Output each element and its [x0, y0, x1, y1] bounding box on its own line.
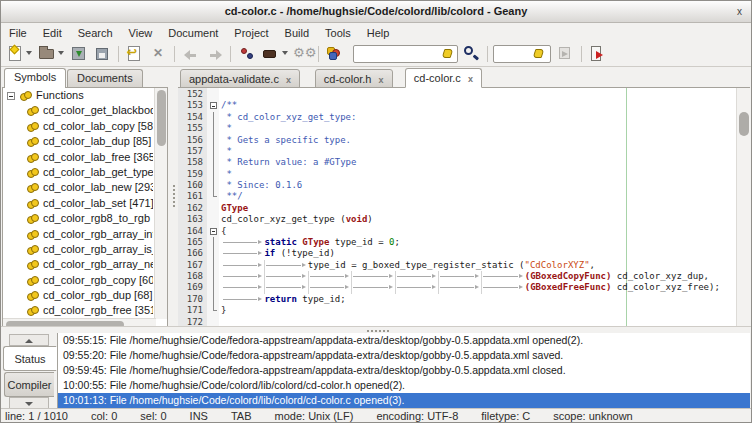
- tab-whitespace-icon: [438, 271, 481, 282]
- tree-item-function[interactable]: cd_color_rgb_array_is_monotonic: [3, 242, 153, 257]
- window-close-icon[interactable]: x: [737, 1, 742, 22]
- tree-item-function[interactable]: cd_color_lab_dup [85]: [3, 134, 153, 149]
- tab-whitespace-icon: [351, 271, 394, 282]
- tree-item-function[interactable]: cd_color_rgb_array_new [896]: [3, 257, 153, 272]
- code-line: 160 * Since: 0.1.6: [178, 180, 750, 191]
- new-document-dropdown-icon[interactable]: [26, 51, 32, 55]
- save-button[interactable]: [69, 44, 89, 64]
- fold-box-icon: [210, 102, 217, 109]
- compile-button[interactable]: [238, 44, 258, 64]
- tree-item-function[interactable]: cd_color_rgb_copy [606]: [3, 273, 153, 288]
- editor-tab-appdata-validate.c[interactable]: appdata-validate.cx: [180, 69, 300, 88]
- search-icon: [464, 46, 473, 55]
- tree-item-function[interactable]: cd_color_rgb8_to_rgb [626]: [3, 211, 153, 226]
- status-message-row[interactable]: 09:55:15: File /home/hughsie/Code/fedora…: [58, 333, 750, 348]
- code-text: return type_id;: [221, 294, 346, 305]
- line-number: 156: [178, 135, 203, 146]
- menu-view[interactable]: View: [121, 25, 161, 41]
- menu-help[interactable]: Help: [359, 25, 398, 41]
- sidebar-vertical-scrollbar[interactable]: [154, 88, 167, 319]
- function-label: cd_color_lab_get_type [203]: [43, 165, 153, 180]
- menu-search[interactable]: Search: [70, 25, 121, 41]
- color-chooser-button[interactable]: [325, 44, 345, 64]
- status-message-row[interactable]: 10:00:55: File /home/hughsie/Code/colord…: [58, 378, 750, 393]
- code-text: {: [221, 226, 226, 237]
- tab-whitespace-icon: [221, 248, 264, 259]
- fold-cell[interactable]: [209, 100, 218, 111]
- status-message-row[interactable]: 09:55:20: File /home/hughsie/Code/fedora…: [58, 348, 750, 363]
- nav-forward-button[interactable]: [206, 44, 226, 64]
- fold-cell[interactable]: [209, 226, 218, 237]
- tab-whitespace-icon: [264, 282, 307, 293]
- find-button[interactable]: [462, 44, 482, 64]
- menu-edit[interactable]: Edit: [35, 25, 70, 41]
- tree-item-function[interactable]: cd_color_rgb_dup [68]: [3, 288, 153, 303]
- tab-documents[interactable]: Documents: [67, 69, 143, 88]
- statusbar-item: line: 1 / 1010: [5, 409, 68, 423]
- code-text: }: [221, 305, 226, 316]
- tree-item-function[interactable]: cd_color_rgb_free [351]: [3, 303, 153, 318]
- code-line: 165static GType type_id = 0;: [178, 237, 750, 248]
- bottom-panel-splitter[interactable]: [1, 326, 751, 333]
- line-number: 153: [178, 100, 203, 111]
- code-line: 156 * Gets a specific type.: [178, 135, 750, 146]
- menu-build[interactable]: Build: [277, 25, 317, 41]
- tree-item-function[interactable]: cd_color_lab_new [293]: [3, 180, 153, 195]
- tree-item-function[interactable]: cd_color_lab_copy [586]: [3, 119, 153, 134]
- fold-line-icon: [213, 112, 214, 123]
- code-line: 159 *: [178, 169, 750, 180]
- function-label: cd_color_lab_free [365]: [43, 150, 153, 165]
- tab-status[interactable]: Status: [3, 346, 57, 371]
- tree-item-function[interactable]: cd_color_lab_free [365]: [3, 150, 153, 165]
- build-button[interactable]: [260, 44, 280, 64]
- code-line: 155 *: [178, 123, 750, 134]
- menu-project[interactable]: Project: [226, 25, 276, 41]
- new-document-button[interactable]: [6, 44, 26, 64]
- tree-root-functions[interactable]: Functions: [3, 88, 153, 103]
- arrow-up-icon: [25, 339, 33, 343]
- quit-button[interactable]: [589, 44, 609, 64]
- fold-cell: [209, 157, 218, 168]
- status-message-row[interactable]: 10:01:13: File /home/hughsie/Code/colord…: [58, 393, 750, 408]
- menu-document[interactable]: Document: [160, 25, 226, 41]
- editor-vertical-scrollbar[interactable]: [736, 88, 750, 326]
- editor-tab-cd-color.c[interactable]: cd-color.cx: [405, 68, 482, 88]
- save-all-button[interactable]: [93, 44, 113, 64]
- tab-close-icon[interactable]: x: [379, 75, 384, 85]
- menu-tools[interactable]: Tools: [317, 25, 359, 41]
- tree-item-function[interactable]: cd_color_get_blackbody_rgb [99: [3, 103, 153, 118]
- tab-symbols[interactable]: Symbols: [4, 68, 66, 88]
- menu-file[interactable]: File: [1, 25, 35, 41]
- line-number: 158: [178, 157, 203, 168]
- tab-compiler[interactable]: Compiler: [4, 372, 54, 397]
- execute-button[interactable]: ⚙⚙: [292, 44, 312, 64]
- revert-button[interactable]: ↩: [125, 44, 145, 64]
- tab-close-icon[interactable]: x: [286, 75, 291, 85]
- tabs-scroll-up-button[interactable]: [9, 334, 49, 346]
- code-editor[interactable]: 152153/**154 * cd_color_xyz_get_type:155…: [178, 88, 750, 326]
- symbols-panel: Functionscd_color_get_blackbody_rgb [99c…: [2, 87, 168, 331]
- sidebar-splitter[interactable]: [169, 67, 178, 326]
- build-dropdown-icon[interactable]: [282, 51, 288, 55]
- fold-line-icon: [213, 271, 214, 282]
- function-label: cd_color_rgb_array_is_monotonic: [43, 242, 153, 257]
- open-file-button[interactable]: [37, 44, 57, 64]
- tree-item-function[interactable]: cd_color_lab_get_type [203]: [3, 165, 153, 180]
- jump-to-line-button[interactable]: [557, 44, 577, 64]
- tree-item-function[interactable]: cd_color_lab_set [471]: [3, 196, 153, 211]
- build-brick-icon: [263, 50, 276, 58]
- fold-cell: [209, 112, 218, 123]
- function-label: cd_color_rgb_array_new [896]: [43, 257, 153, 272]
- jump-icon: [559, 47, 570, 59]
- tab-close-icon[interactable]: x: [468, 74, 473, 84]
- nav-back-button[interactable]: [182, 44, 202, 64]
- editor-tab-cd-color.h[interactable]: cd-color.hx: [315, 69, 393, 88]
- symbol-icon: [20, 92, 32, 100]
- tab-whitespace-icon: [308, 271, 351, 282]
- open-file-dropdown-icon[interactable]: [58, 51, 64, 55]
- title-bar[interactable]: cd-color.c - /home/hughsie/Code/colord/l…: [1, 1, 751, 23]
- tree-item-function[interactable]: cd_color_rgb_array_interpolate [9: [3, 227, 153, 242]
- status-message-row[interactable]: 09:59:45: File /home/hughsie/Code/fedora…: [58, 363, 750, 378]
- close-file-button[interactable]: ✕: [149, 44, 169, 64]
- expander-icon[interactable]: [7, 92, 15, 100]
